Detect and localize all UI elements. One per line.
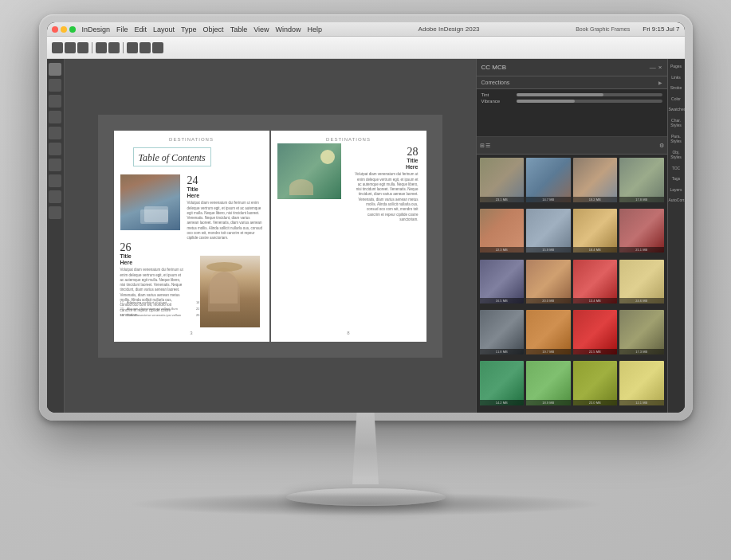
photo-2[interactable] bbox=[526, 158, 571, 202]
page-number-left: 3 bbox=[190, 331, 192, 335]
menu-view[interactable]: View bbox=[253, 25, 269, 33]
photo-7[interactable] bbox=[573, 209, 618, 253]
entry-28-number: 28 bbox=[355, 147, 419, 158]
menu-indesign[interactable]: InDesign bbox=[82, 25, 111, 33]
fullscreen-button[interactable] bbox=[69, 26, 76, 33]
right-section-header: DESTINATIONS bbox=[271, 131, 426, 142]
photo-11[interactable] bbox=[573, 260, 618, 304]
page-right: DESTINATIONS 28 bbox=[271, 131, 426, 342]
entry-24-body: Volutpat diam venenatum dui ferinum ut e… bbox=[187, 201, 263, 241]
screen: InDesign File Edit Layout Type Object Ta… bbox=[47, 22, 685, 413]
menu-help[interactable]: Help bbox=[308, 25, 323, 33]
correction-arrow[interactable]: ▶ bbox=[658, 80, 662, 85]
monitor-stand-neck bbox=[344, 413, 387, 484]
page-spread: DESTINATIONS Table of Contents bbox=[98, 115, 442, 358]
photo-19[interactable] bbox=[573, 361, 618, 405]
menu-table[interactable]: Table bbox=[230, 25, 248, 33]
vibrance-bar[interactable] bbox=[517, 100, 662, 103]
sidebar-item-stroke[interactable]: Stroke bbox=[668, 84, 685, 92]
panel-close-btn[interactable]: × bbox=[658, 64, 662, 71]
sidebar-item-tags[interactable]: Tags bbox=[668, 174, 685, 183]
photo-3[interactable] bbox=[573, 158, 618, 202]
photo-16[interactable] bbox=[619, 310, 664, 354]
toolbar-btn-4[interactable] bbox=[96, 42, 107, 53]
toolbar-btn-6[interactable] bbox=[127, 42, 138, 53]
entry-24-number: 24 bbox=[187, 175, 263, 186]
toolbar-btn-3[interactable] bbox=[77, 42, 88, 53]
photo-14[interactable] bbox=[526, 310, 571, 354]
sidebar-item-paragraph-styles[interactable]: Para. Styles bbox=[668, 132, 685, 146]
toc-title: Table of Contents bbox=[139, 152, 206, 163]
scissors-tool-icon[interactable] bbox=[49, 159, 61, 171]
photo-18[interactable] bbox=[526, 361, 571, 405]
toc-title-box: Table of Contents bbox=[133, 147, 211, 166]
sidebar-item-pages[interactable]: Pages bbox=[668, 62, 685, 71]
toc-image-woman bbox=[200, 256, 260, 327]
photo-8[interactable] bbox=[619, 209, 664, 253]
filter-btn[interactable]: ⚙ bbox=[659, 143, 664, 149]
gradient-tool-icon[interactable] bbox=[49, 174, 61, 187]
sidebar-item-color[interactable]: Color bbox=[668, 95, 685, 104]
correction-label: Corrections bbox=[481, 80, 510, 85]
menu-edit[interactable]: Edit bbox=[135, 25, 147, 33]
type-tool-icon[interactable] bbox=[49, 111, 61, 123]
correction-row-vibrance: Vibrance bbox=[481, 99, 662, 104]
menu-object[interactable]: Object bbox=[203, 25, 224, 33]
photo-5[interactable] bbox=[480, 209, 525, 253]
toolbar-btn-5[interactable] bbox=[108, 42, 120, 53]
minimize-button[interactable] bbox=[61, 26, 67, 33]
traffic-lights bbox=[52, 26, 76, 33]
list-view-btn[interactable]: ☰ bbox=[485, 143, 490, 149]
scene: InDesign File Edit Layout Type Object Ta… bbox=[0, 0, 731, 560]
menu-type[interactable]: Type bbox=[181, 25, 197, 33]
canvas-area[interactable]: DESTINATIONS Table of Contents bbox=[65, 59, 476, 413]
sidebar-item-character-styles[interactable]: Char. Styles bbox=[668, 116, 685, 130]
tint-bar[interactable] bbox=[517, 93, 662, 96]
rectangle-tool-icon[interactable] bbox=[49, 143, 61, 155]
selection-tool-icon[interactable] bbox=[49, 63, 61, 76]
sidebar-item-object-styles[interactable]: Obj. Styles bbox=[668, 148, 685, 162]
close-button[interactable] bbox=[52, 26, 58, 33]
sidebar-item-toc[interactable]: TOC bbox=[668, 164, 685, 173]
menu-layout[interactable]: Layout bbox=[153, 25, 175, 33]
direct-select-icon[interactable] bbox=[49, 79, 61, 92]
menu-items: InDesign File Edit Layout Type Object Ta… bbox=[82, 25, 323, 33]
desk-shadow bbox=[127, 492, 605, 516]
entry-26-title: TitleHere bbox=[120, 253, 184, 267]
pen-tool-icon[interactable] bbox=[49, 95, 61, 108]
monitor-bezel: InDesign File Edit Layout Type Object Ta… bbox=[47, 22, 685, 413]
toolbar-btn-7[interactable] bbox=[140, 42, 151, 53]
sidebar-item-autocorrect[interactable]: AutoCorr. bbox=[668, 196, 685, 205]
photo-12[interactable] bbox=[619, 260, 664, 304]
photo-9[interactable] bbox=[480, 260, 525, 304]
photo-17[interactable] bbox=[480, 361, 525, 405]
tint-label: Tint bbox=[481, 92, 513, 97]
photo-13[interactable] bbox=[480, 310, 525, 354]
toolbar-btn-2[interactable] bbox=[65, 42, 76, 53]
entry-28: 28 TitleHere Volutpat diam venenatum dui… bbox=[355, 147, 419, 223]
photo-15[interactable] bbox=[573, 310, 618, 354]
correction-panel: Tint Vibrance bbox=[477, 89, 667, 137]
sidebar-item-links[interactable]: Links bbox=[668, 73, 685, 82]
sidebar-item-layers[interactable]: Layers bbox=[668, 186, 685, 194]
photo-20[interactable] bbox=[619, 361, 664, 405]
panel-minimize-btn[interactable]: — bbox=[650, 64, 656, 71]
toolbar-btn-8[interactable] bbox=[152, 42, 163, 53]
sidebar-item-swatches[interactable]: Swatches bbox=[668, 105, 685, 114]
photo-4[interactable] bbox=[619, 158, 664, 202]
photo-1[interactable] bbox=[480, 158, 525, 202]
menu-file[interactable]: File bbox=[116, 25, 128, 33]
pencil-tool-icon[interactable] bbox=[49, 127, 61, 139]
grid-view-btn[interactable]: ⊞ bbox=[480, 143, 485, 149]
photo-6[interactable] bbox=[526, 209, 571, 253]
toolbar-btn-1[interactable] bbox=[52, 42, 63, 53]
hand-tool-icon[interactable] bbox=[49, 190, 61, 203]
toolbar bbox=[47, 37, 685, 59]
zoom-tool-icon[interactable] bbox=[49, 206, 61, 219]
photo-10[interactable] bbox=[526, 260, 571, 304]
app-title: Adobe InDesign 2023 bbox=[328, 25, 569, 33]
correction-row-tint: Tint bbox=[481, 92, 662, 97]
page-number-right: 8 bbox=[347, 331, 349, 335]
small-entry-2: 20 Aliquam elementum qui vellent illum 2… bbox=[120, 307, 200, 311]
menu-window[interactable]: Window bbox=[276, 25, 301, 33]
